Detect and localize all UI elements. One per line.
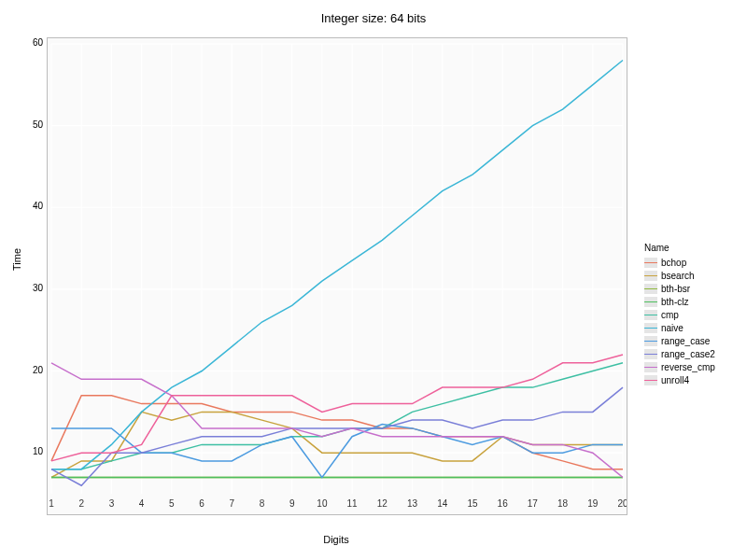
y-axis-label: Time [11, 248, 22, 271]
x-tick-label: 5 [169, 498, 175, 509]
x-tick-label: 18 [557, 498, 569, 509]
x-tick-label: 4 [139, 498, 145, 509]
legend-label: range_case2 [661, 349, 715, 359]
legend-label: range_case [661, 336, 710, 346]
x-tick-label: 6 [199, 498, 204, 509]
legend-swatch [644, 310, 657, 320]
x-tick-label: 14 [437, 498, 448, 509]
legend-item-cmp: cmp [644, 308, 715, 321]
legend-item-range_case: range_case [644, 334, 715, 347]
plot-svg: 1234567891011121314151617181920 [48, 38, 627, 514]
x-tick-label: 11 [347, 498, 359, 509]
y-tick-label: 20 [28, 365, 43, 375]
legend-item-naive: naive [644, 321, 715, 334]
legend-item-range_case2: range_case2 [644, 347, 715, 360]
x-tick-label: 20 [617, 498, 627, 509]
x-tick-label: 17 [528, 498, 539, 509]
legend-item-bth-bsr: bth-bsr [644, 282, 715, 295]
x-tick-label: 16 [498, 498, 509, 509]
legend-title: Name [644, 243, 715, 253]
legend-item-bth-clz: bth-clz [644, 295, 715, 308]
chart-title: Integer size: 64 bits [0, 11, 747, 25]
x-tick-label: 2 [78, 498, 84, 509]
legend-label: unroll4 [661, 375, 689, 385]
x-tick-label: 1 [49, 498, 54, 509]
x-tick-label: 13 [407, 498, 418, 509]
x-tick-label: 10 [317, 498, 328, 509]
legend-label: bchop [661, 258, 686, 268]
legend-item-bchop: bchop [644, 256, 715, 269]
legend-label: bth-clz [661, 297, 688, 307]
legend-label: bsearch [661, 271, 695, 281]
legend-swatch [644, 297, 657, 307]
legend-item-unroll4: unroll4 [644, 373, 715, 386]
x-axis-label: Digits [47, 534, 626, 545]
y-tick-label: 60 [28, 37, 43, 48]
x-tick-label: 19 [587, 498, 599, 509]
y-tick-label: 50 [28, 119, 43, 130]
x-tick-label: 3 [109, 498, 115, 509]
legend-label: reverse_cmp [661, 362, 715, 372]
legend-item-bsearch: bsearch [644, 269, 715, 282]
legend: Name bchopbsearchbth-bsrbth-clzcmpnaiver… [644, 243, 715, 386]
legend-swatch [644, 284, 657, 294]
legend-label: cmp [661, 310, 679, 320]
x-tick-label: 7 [229, 498, 234, 509]
plot-area: 1234567891011121314151617181920 [47, 37, 627, 515]
legend-label: bth-bsr [661, 284, 690, 294]
legend-swatch [644, 362, 657, 372]
x-tick-label: 12 [377, 498, 388, 509]
legend-label: naive [661, 323, 684, 333]
chart-container: Integer size: 64 bits 123456789101112131… [0, 0, 747, 560]
x-tick-label: 9 [289, 498, 295, 509]
legend-swatch [644, 375, 657, 385]
legend-swatch [644, 349, 657, 359]
legend-swatch [644, 271, 657, 281]
y-tick-label: 40 [28, 201, 43, 211]
y-tick-label: 30 [28, 283, 43, 293]
x-tick-label: 8 [260, 498, 265, 509]
legend-swatch [644, 336, 657, 346]
y-tick-label: 10 [28, 446, 43, 456]
legend-swatch [644, 323, 657, 333]
x-tick-label: 15 [467, 498, 478, 509]
legend-swatch [644, 258, 657, 268]
legend-item-reverse_cmp: reverse_cmp [644, 360, 715, 373]
